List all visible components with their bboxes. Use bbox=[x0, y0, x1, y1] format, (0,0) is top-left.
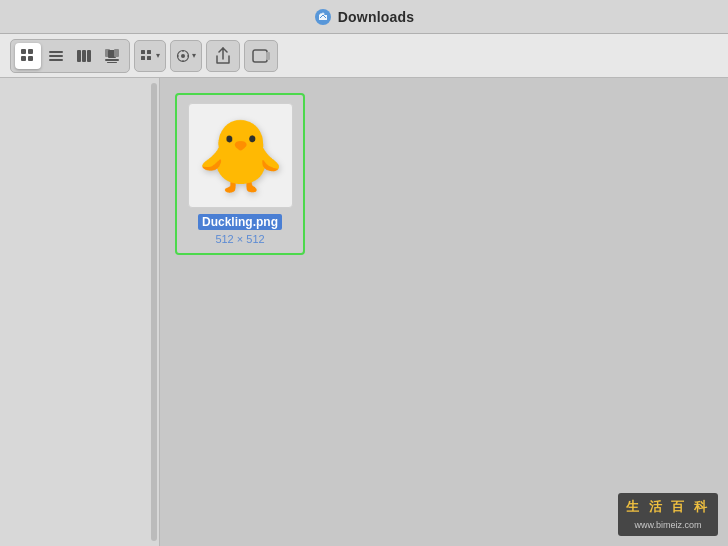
svg-rect-10 bbox=[82, 50, 86, 62]
file-dimensions: 512 × 512 bbox=[215, 233, 264, 245]
svg-point-22 bbox=[181, 54, 185, 58]
svg-rect-3 bbox=[28, 49, 33, 54]
svg-rect-17 bbox=[141, 50, 145, 54]
svg-rect-18 bbox=[147, 50, 151, 54]
action-arrow: ▾ bbox=[192, 51, 196, 60]
svg-rect-28 bbox=[266, 52, 270, 60]
svg-rect-9 bbox=[77, 50, 81, 62]
svg-rect-2 bbox=[21, 49, 26, 54]
file-name: Duckling.png bbox=[198, 214, 282, 230]
file-item[interactable]: 🐥 Duckling.png 512 × 512 bbox=[175, 93, 305, 255]
tags-button[interactable] bbox=[244, 40, 278, 72]
share-button[interactable] bbox=[206, 40, 240, 72]
window-title: Downloads bbox=[338, 9, 414, 25]
svg-rect-15 bbox=[105, 59, 119, 61]
toolbar: ▾ ▾ bbox=[0, 34, 728, 78]
column-view-button[interactable] bbox=[71, 43, 97, 69]
svg-rect-14 bbox=[114, 49, 119, 57]
list-view-button[interactable] bbox=[43, 43, 69, 69]
svg-rect-4 bbox=[21, 56, 26, 61]
svg-rect-11 bbox=[87, 50, 91, 62]
cover-view-button[interactable] bbox=[99, 43, 125, 69]
watermark-title: 生 活 百 科 bbox=[626, 497, 710, 518]
sidebar-scrollbar[interactable] bbox=[151, 83, 157, 541]
svg-rect-8 bbox=[49, 59, 63, 61]
svg-rect-5 bbox=[28, 56, 33, 61]
svg-rect-16 bbox=[107, 62, 117, 63]
svg-rect-20 bbox=[147, 56, 151, 60]
file-preview-icon: 🐥 bbox=[197, 121, 284, 191]
icon-view-button[interactable] bbox=[15, 43, 41, 69]
arrange-arrow: ▾ bbox=[156, 51, 160, 60]
file-thumbnail: 🐥 bbox=[188, 103, 293, 208]
watermark-url: www.bimeiz.com bbox=[626, 518, 710, 532]
folder-icon bbox=[314, 8, 332, 26]
view-mode-group bbox=[10, 39, 130, 73]
svg-rect-19 bbox=[141, 56, 145, 60]
svg-rect-7 bbox=[49, 55, 63, 57]
title-bar: Downloads bbox=[0, 0, 728, 34]
content-area: 🐥 Duckling.png 512 × 512 bbox=[0, 78, 728, 546]
arrange-button[interactable]: ▾ bbox=[134, 40, 166, 72]
watermark: 生 活 百 科 www.bimeiz.com bbox=[618, 493, 718, 536]
file-grid: 🐥 Duckling.png 512 × 512 bbox=[160, 78, 728, 546]
action-button[interactable]: ▾ bbox=[170, 40, 202, 72]
svg-rect-6 bbox=[49, 51, 63, 53]
svg-rect-27 bbox=[253, 50, 267, 62]
sidebar bbox=[0, 78, 160, 546]
